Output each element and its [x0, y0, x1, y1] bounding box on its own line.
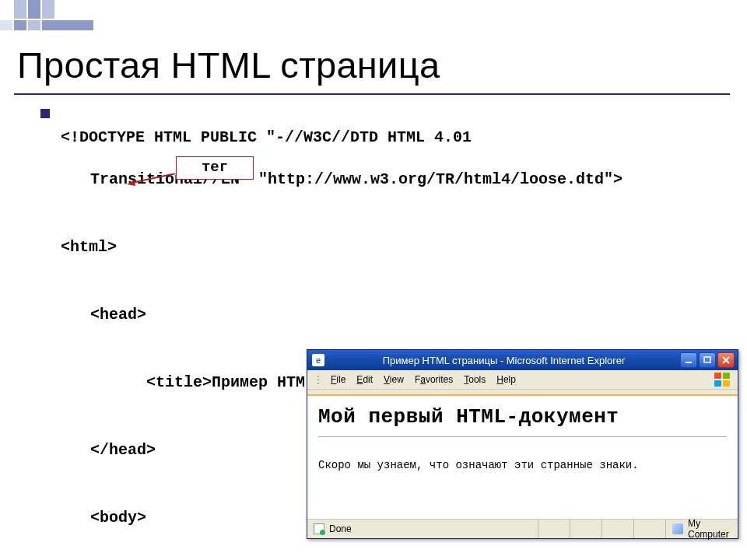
- ie-app-icon: e: [312, 354, 324, 366]
- callout-tag-label: тег: [176, 156, 254, 180]
- code-line: Transitional//EN" "http://www.w3.org/TR/…: [61, 169, 699, 190]
- list-bullet: [40, 109, 50, 118]
- slide-corner-decoration: [0, 0, 109, 39]
- status-zone-text: My Computer: [688, 518, 731, 540]
- security-zone-icon: [672, 523, 683, 534]
- ie-titlebar[interactable]: e Пример HTML страницы - Microsoft Inter…: [307, 350, 738, 370]
- svg-rect-3: [704, 357, 710, 362]
- rendered-h1: Мой первый HTML-документ: [318, 405, 727, 429]
- status-blank-cell: [634, 520, 666, 538]
- menu-file[interactable]: File: [331, 374, 345, 385]
- ie-title-text: Пример HTML страницы - Microsoft Interne…: [329, 355, 679, 366]
- minimize-icon: [685, 356, 693, 364]
- rendered-hr: [318, 436, 727, 437]
- ie-page-content: Мой первый HTML-документ Скоро мы узнаем…: [307, 396, 738, 519]
- status-blank-cell: [538, 520, 570, 538]
- ie-statusbar: Done My Computer: [307, 519, 738, 538]
- close-icon: [722, 356, 730, 364]
- menu-edit[interactable]: Edit: [356, 374, 373, 385]
- menu-help[interactable]: Help: [496, 374, 516, 385]
- ie-throbber-icon: [711, 371, 733, 388]
- close-button[interactable]: [717, 352, 735, 368]
- status-blank-cell: [570, 520, 602, 538]
- slide-title: Простая HTML страница: [17, 44, 440, 86]
- svg-rect-2: [686, 362, 692, 363]
- page-done-icon: [314, 523, 324, 534]
- ie-browser-window: e Пример HTML страницы - Microsoft Inter…: [307, 349, 738, 539]
- menu-tools[interactable]: Tools: [464, 374, 486, 385]
- status-zone-cell: My Computer: [666, 520, 738, 538]
- status-blank-cell: [602, 520, 634, 538]
- ie-menubar: ⋮ File Edit View Favorites Tools Help: [307, 370, 738, 390]
- status-done-cell: Done: [307, 520, 538, 538]
- menu-grip-icon[interactable]: ⋮: [314, 374, 323, 385]
- code-line: <html>: [61, 236, 699, 257]
- title-rule: [14, 93, 730, 95]
- code-line: <!DOCTYPE HTML PUBLIC "-//W3C//DTD HTML …: [61, 127, 699, 148]
- ie-toolbar-separator: [307, 390, 738, 396]
- minimize-button[interactable]: [680, 352, 697, 368]
- code-line: <head>: [61, 304, 699, 325]
- maximize-icon: [703, 356, 711, 364]
- status-done-text: Done: [329, 523, 352, 534]
- menu-favorites[interactable]: Favorites: [415, 374, 453, 385]
- rendered-paragraph: Скоро мы узнаем, что означают эти странн…: [318, 459, 727, 471]
- menu-view[interactable]: View: [384, 374, 404, 385]
- maximize-button[interactable]: [699, 352, 716, 368]
